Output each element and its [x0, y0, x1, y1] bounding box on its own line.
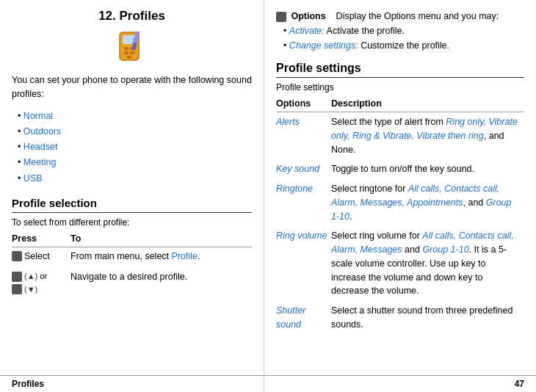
table-row: Key sound Toggle to turn on/off the key … [276, 159, 524, 179]
options-label: Options [291, 11, 325, 21]
activate-label: Activate: [289, 26, 325, 36]
options-icon [276, 12, 286, 22]
left-column: 12. Profiles You can set your phone to o… [0, 0, 264, 392]
desc-ringvolume: Select ring volume for All calls, Contac… [331, 226, 524, 301]
profiles-list: Normal Outdoors Headset Meeting USB [12, 109, 252, 186]
table-row: (▲) or (▼) Navigate to a desired profile… [12, 268, 252, 298]
svg-rect-5 [130, 51, 134, 54]
svg-rect-4 [124, 51, 128, 54]
list-item: Normal [18, 109, 252, 124]
divider2 [276, 77, 524, 78]
table-row: Select From main menu, select Profile. [12, 247, 252, 268]
footer-left: Profiles [12, 379, 44, 389]
select-icon [12, 251, 22, 261]
option-ringvolume: Ring volume [276, 226, 331, 301]
profile-settings-sub: Profile settings [276, 82, 524, 92]
press-table: Press To Select From main menu, select P… [12, 232, 252, 298]
table-row: Ring volume Select ring volume for All c… [276, 226, 524, 301]
settings-table: Options Description Alerts Select the ty… [276, 95, 524, 335]
nav-keys: (▲) or (▼) [12, 270, 68, 296]
activate-text: Activate the profile. [325, 26, 405, 36]
svg-rect-6 [127, 56, 131, 59]
change-settings-text: Customize the profile. [358, 40, 449, 51]
table-row: Alerts Select the type of alert from Rin… [276, 112, 524, 160]
page: 12. Profiles You can set your phone to o… [0, 0, 536, 392]
option-shuttersound: Shutter sound [276, 301, 331, 335]
desc-ringtone: Select ringtone for All calls, Contacts … [331, 179, 524, 226]
table-row: Shutter sound Select a shutter sound fro… [276, 301, 524, 335]
col-options: Options [276, 95, 331, 112]
right-column: Options Display the Options menu and you… [264, 0, 536, 392]
col-description: Description [331, 95, 524, 112]
to-cell: Navigate to a desired profile. [70, 268, 252, 298]
profile-selection-heading: Profile selection [12, 197, 252, 209]
press-cell: Select [12, 247, 70, 268]
divider [12, 212, 252, 213]
profile-settings-heading: Profile settings [276, 62, 524, 75]
list-item: Meeting [18, 155, 252, 170]
footer-right: 47 [515, 379, 524, 389]
svg-rect-2 [124, 47, 128, 50]
table-header-row: Options Description [276, 95, 524, 112]
page-title: 12. Profiles [12, 9, 252, 23]
option-keysound: Key sound [276, 159, 331, 179]
col-press: Press [12, 232, 70, 247]
options-text: Display the Options menu and you may: [336, 11, 499, 21]
change-settings-label: Change settings: [289, 40, 358, 51]
option-ringtone: Ringtone [276, 179, 331, 226]
footer: Profiles 47 [0, 375, 536, 392]
desc-alerts: Select the type of alert from Ring only,… [331, 112, 524, 160]
selection-sub-label: To select from different profile: [12, 217, 252, 228]
list-item: Outdoors [18, 124, 252, 139]
desc-keysound: Toggle to turn on/off the key sound. [331, 159, 524, 179]
desc-shuttersound: Select a shutter sound from three predef… [331, 301, 524, 335]
to-cell: From main menu, select Profile. [70, 247, 252, 268]
phone-icon [114, 29, 151, 66]
down-icon [12, 284, 22, 294]
table-row: Ringtone Select ringtone for All calls, … [276, 179, 524, 226]
up-icon [12, 272, 22, 282]
options-block: Options Display the Options menu and you… [276, 9, 524, 53]
list-item: Headset [18, 139, 252, 155]
intro-text: You can set your phone to operate with t… [12, 73, 252, 101]
list-item: USB [18, 171, 252, 186]
option-alerts: Alerts [276, 112, 331, 160]
press-cell: (▲) or (▼) [12, 268, 70, 298]
col-to: To [70, 232, 252, 247]
